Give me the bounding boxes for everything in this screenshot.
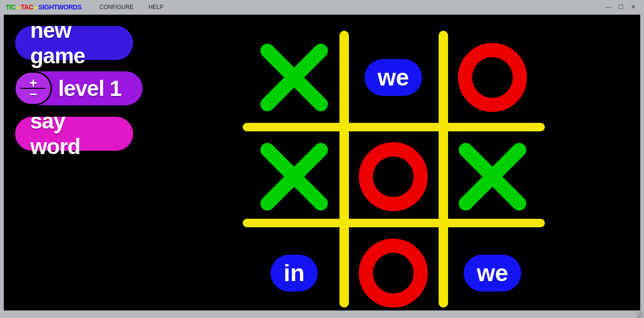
cell-0-2[interactable]: [448, 33, 537, 122]
cell-1-0[interactable]: [249, 132, 339, 222]
level-selector[interactable]: + – level 1: [15, 71, 143, 105]
window-maximize-button[interactable]: ☐: [616, 3, 626, 11]
x-mark-icon: [259, 42, 330, 113]
window-minimize-button[interactable]: —: [603, 3, 614, 11]
dot-icon: [34, 7, 37, 9]
o-mark-icon: [359, 142, 428, 211]
o-mark-icon: [359, 239, 428, 308]
tic-tac-toe-board: we in we: [247, 31, 540, 308]
new-game-button[interactable]: new game: [15, 26, 133, 60]
sight-word-chip[interactable]: we: [464, 255, 522, 292]
menu-help[interactable]: HELP: [149, 4, 163, 10]
control-panel: new game + – level 1 say word: [15, 26, 143, 151]
menu-configure[interactable]: CONFIGURE: [100, 4, 134, 10]
grid-line: [439, 31, 448, 308]
x-mark-icon: [457, 141, 528, 212]
cell-1-1[interactable]: [348, 132, 438, 222]
level-stepper-icon[interactable]: + –: [14, 71, 52, 105]
cell-2-1[interactable]: [348, 228, 438, 318]
cell-2-2[interactable]: we: [448, 228, 537, 318]
cell-2-0[interactable]: in: [249, 228, 339, 318]
cell-1-2[interactable]: [448, 132, 537, 222]
window-buttons: — ☐ ✕: [603, 3, 638, 11]
o-mark-icon: [458, 43, 527, 112]
level-label: level 1: [52, 76, 127, 101]
grid-line: [339, 31, 349, 308]
window-close-button[interactable]: ✕: [628, 3, 638, 11]
sight-word-chip[interactable]: we: [364, 59, 423, 96]
minus-icon[interactable]: –: [30, 89, 37, 98]
app-window: TIC TAC SIGHTWORDS CONFIGURE HELP — ☐ ✕ …: [2, 1, 642, 312]
cell-0-0[interactable]: [249, 33, 339, 122]
sight-word-chip[interactable]: in: [271, 255, 318, 292]
menu-bar: TIC TAC SIGHTWORDS CONFIGURE HELP — ☐ ✕: [2, 1, 642, 13]
resize-grip-icon[interactable]: [636, 311, 643, 318]
cell-0-1[interactable]: we: [348, 33, 438, 122]
dot-icon: [17, 7, 19, 9]
app-title: TIC TAC SIGHTWORDS: [6, 3, 82, 11]
grid-line: [243, 123, 545, 131]
x-mark-icon: [259, 141, 330, 212]
say-word-button[interactable]: say word: [15, 117, 133, 151]
game-canvas: S IA new game + – level 1 say word we: [4, 15, 640, 310]
